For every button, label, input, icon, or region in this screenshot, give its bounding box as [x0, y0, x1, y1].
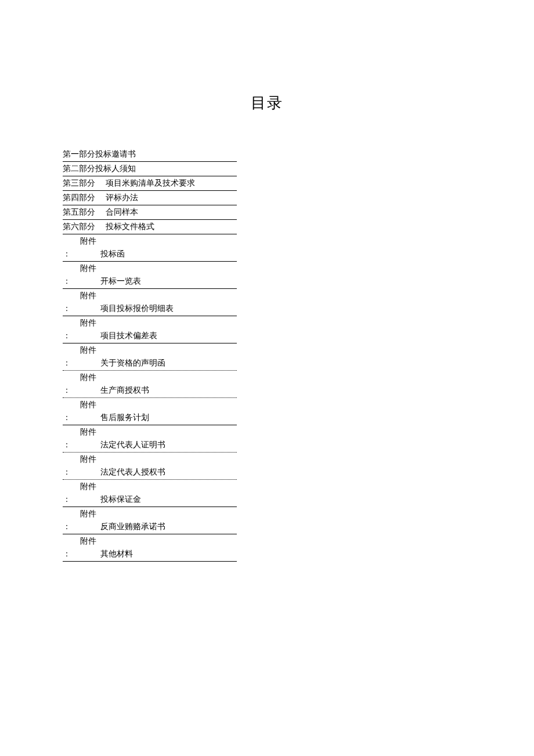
attachment-prefix: 附件 — [63, 426, 237, 439]
attachment-prefix: 附件 — [63, 290, 237, 302]
toc-label: 项目米购清单及技术要求 — [106, 177, 195, 190]
attachment-label: 开标一览表 — [100, 275, 141, 288]
attachment-prefix: 附件 — [63, 344, 237, 357]
attachment-prefix: 附件 — [63, 453, 237, 466]
attachment-colon: ： — [63, 384, 100, 397]
toc-attachment-row: 附件 ： 开标一览表 — [63, 262, 237, 289]
toc-attachment-row: 附件 ： 其他材料 — [63, 535, 237, 562]
table-of-contents: 第一部分投标邀请书 第二部分投标人须知 第三部分项目米购清单及技术要求 第四部分… — [63, 148, 237, 562]
attachment-label: 法定代表人授权书 — [100, 466, 165, 479]
attachment-label: 售后服务计划 — [100, 411, 149, 424]
attachment-prefix: 附件 — [63, 535, 237, 548]
attachment-prefix: 附件 — [63, 399, 237, 411]
attachment-label: 项目技术偏差表 — [100, 330, 157, 342]
attachment-prefix: 附件 — [63, 317, 237, 330]
attachment-label: 反商业贿赂承诺书 — [100, 520, 165, 533]
toc-part-row: 第四部分评标办法 — [63, 191, 237, 205]
toc-part: 第一部分 — [63, 148, 95, 161]
attachment-label: 投标保证金 — [100, 493, 141, 506]
attachment-colon: ： — [63, 439, 100, 451]
toc-part: 第二部分 — [63, 162, 95, 175]
toc-label: 投标人须知 — [95, 162, 136, 175]
toc-attachment-row: 附件 ： 法定代表人证明书 — [63, 426, 237, 453]
toc-attachment-row: 附件 ： 生产商授权书 — [63, 371, 237, 398]
attachment-label: 关于资格的声明函 — [100, 357, 165, 370]
attachment-colon: ： — [63, 330, 100, 342]
toc-part-row: 第五部分合同样本 — [63, 206, 237, 220]
toc-part-row: 第三部分项目米购清单及技术要求 — [63, 177, 237, 191]
toc-attachment-row: 附件 ： 售后服务计划 — [63, 399, 237, 425]
toc-part-row: 第二部分投标人须知 — [63, 162, 237, 176]
attachment-colon: ： — [63, 411, 100, 424]
attachment-colon: ： — [63, 357, 100, 370]
toc-attachment-row: 附件 ： 反商业贿赂承诺书 — [63, 508, 237, 534]
attachment-label: 法定代表人证明书 — [100, 439, 165, 451]
toc-attachment-row: 附件 ： 项目技术偏差表 — [63, 317, 237, 343]
attachment-colon: ： — [63, 548, 100, 560]
attachment-label: 生产商授权书 — [100, 384, 149, 397]
toc-label: 评标办法 — [106, 191, 138, 204]
page-title: 目录 — [0, 93, 534, 113]
attachment-colon: ： — [63, 520, 100, 533]
toc-part-row: 第六部分投标文件格式 — [63, 220, 237, 234]
attachment-prefix: 附件 — [63, 480, 237, 493]
attachment-colon: ： — [63, 248, 100, 261]
toc-attachment-row: 附件 ： 投标保证金 — [63, 480, 237, 507]
toc-label: 投标邀请书 — [95, 148, 136, 161]
toc-label: 合同样本 — [106, 206, 138, 219]
attachment-label: 投标函 — [100, 248, 125, 261]
toc-part: 第四部分 — [63, 191, 95, 204]
toc-part: 第三部分 — [63, 177, 95, 190]
toc-attachment-row: 附件 ： 关于资格的声明函 — [63, 344, 237, 371]
attachment-label: 项目投标报价明细表 — [100, 302, 174, 315]
attachment-colon: ： — [63, 493, 100, 506]
attachment-colon: ： — [63, 275, 100, 288]
toc-part: 第六部分 — [63, 220, 95, 233]
attachment-colon: ： — [63, 466, 100, 479]
toc-part: 第五部分 — [63, 206, 95, 219]
attachment-prefix: 附件 — [63, 371, 237, 384]
attachment-colon: ： — [63, 302, 100, 315]
toc-attachment-row: 附件 ： 投标函 — [63, 235, 237, 262]
toc-label: 投标文件格式 — [106, 220, 154, 233]
attachment-prefix: 附件 — [63, 508, 237, 520]
attachment-label: 其他材料 — [100, 548, 133, 560]
attachment-prefix: 附件 — [63, 235, 237, 248]
toc-attachment-row: 附件 ： 法定代表人授权书 — [63, 453, 237, 480]
toc-attachment-row: 附件 ： 项目投标报价明细表 — [63, 290, 237, 316]
attachment-prefix: 附件 — [63, 262, 237, 275]
toc-part-row: 第一部分投标邀请书 — [63, 148, 237, 162]
